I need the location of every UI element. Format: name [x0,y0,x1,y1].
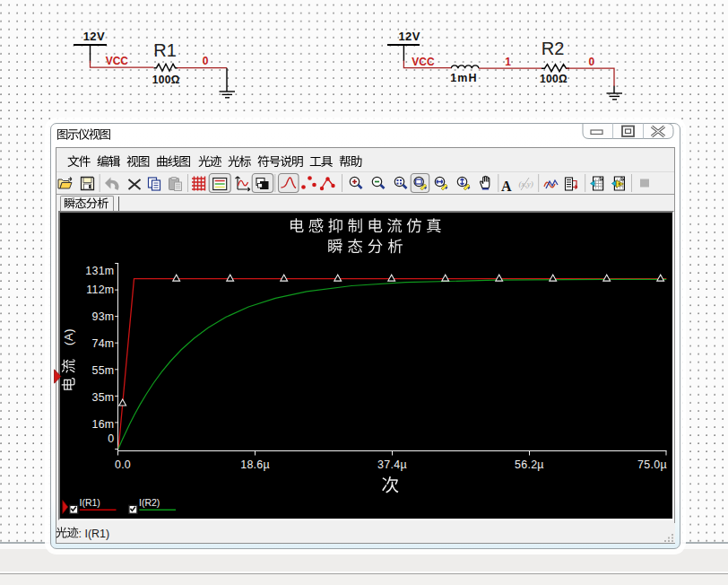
svg-text:93m: 93m [91,310,114,323]
svg-text:56.2µ: 56.2µ [515,458,544,471]
svg-text:16m: 16m [91,418,114,431]
svg-text:55m: 55m [91,364,114,377]
svg-text:112m: 112m [86,284,114,296]
svg-text:0.0: 0.0 [115,458,131,471]
svg-text:I(R1): I(R1) [80,497,100,508]
svg-text:37.4µ: 37.4µ [377,458,407,471]
svg-text:(x,y): (x,y) [519,179,533,188]
svg-text:I(R2): I(R2) [139,497,160,508]
svg-text:18.6µ: 18.6µ [240,458,270,471]
svg-text:(A): (A) [62,328,75,345]
svg-text:0: 0 [108,432,114,445]
svg-text:A: A [501,179,512,194]
svg-text:131m: 131m [85,265,114,277]
svg-text:75.0µ: 75.0µ [637,458,667,471]
svg-text:35m: 35m [91,391,114,404]
svg-text:74m: 74m [91,337,114,350]
